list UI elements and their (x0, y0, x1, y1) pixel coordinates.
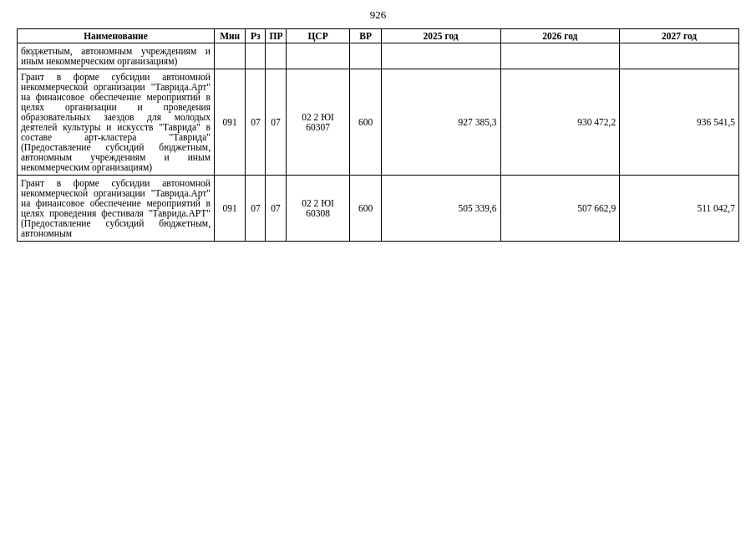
row1-min (215, 43, 246, 69)
row1-2025 (381, 43, 500, 69)
row3-2027: 511 042,7 (620, 176, 739, 242)
header-pr: ПР (266, 29, 286, 43)
header-min: Мин (215, 29, 246, 43)
header-2027: 2027 год (620, 29, 739, 43)
table-row: Грант в форме субсидии автономной некомм… (18, 176, 739, 242)
header-rz: Рз (246, 29, 266, 43)
header-2026: 2026 год (500, 29, 620, 43)
table-row: Грант в форме субсидии автономной некомм… (18, 69, 739, 176)
budget-table: Наименование Мин Рз ПР ЦСР ВР 2025 год 2… (17, 28, 739, 242)
row3-name: Грант в форме субсидии автономной некомм… (18, 176, 215, 242)
row3-vr: 600 (350, 176, 381, 242)
row3-pr: 07 (266, 176, 286, 242)
row3-rz: 07 (246, 176, 266, 242)
row1-pr (266, 43, 286, 69)
row2-csr: 02 2 ЮI 60307 (286, 69, 350, 176)
row2-name: Грант в форме субсидии автономной некомм… (18, 69, 215, 176)
row2-vr: 600 (350, 69, 381, 176)
row1-vr (350, 43, 381, 69)
header-vr: ВР (350, 29, 381, 43)
row2-2025: 927 385,3 (381, 69, 500, 176)
row1-2026 (500, 43, 620, 69)
row2-2026: 930 472,2 (500, 69, 620, 176)
table-row: бюджетным, автономным учреждениям и иным… (18, 43, 739, 69)
row1-2027 (620, 43, 739, 69)
row1-csr (286, 43, 350, 69)
row2-min: 091 (215, 69, 246, 176)
page: 926 Наименование Мин Рз ПР ЦСР ВР 2025 г… (0, 0, 756, 535)
header-csr: ЦСР (286, 29, 350, 43)
row3-2026: 507 662,9 (500, 176, 620, 242)
header-2025: 2025 год (381, 29, 500, 43)
header-name: Наименование (18, 29, 215, 43)
page-number: 926 (17, 8, 739, 22)
row1-name: бюджетным, автономным учреждениям и иным… (18, 43, 215, 69)
row3-2025: 505 339,6 (381, 176, 500, 242)
row1-rz (246, 43, 266, 69)
row2-pr: 07 (266, 69, 286, 176)
row2-2027: 936 541,5 (620, 69, 739, 176)
row3-min: 091 (215, 176, 246, 242)
row3-csr: 02 2 ЮI 60308 (286, 176, 350, 242)
row2-rz: 07 (246, 69, 266, 176)
table-header-row: Наименование Мин Рз ПР ЦСР ВР 2025 год 2… (18, 29, 739, 43)
